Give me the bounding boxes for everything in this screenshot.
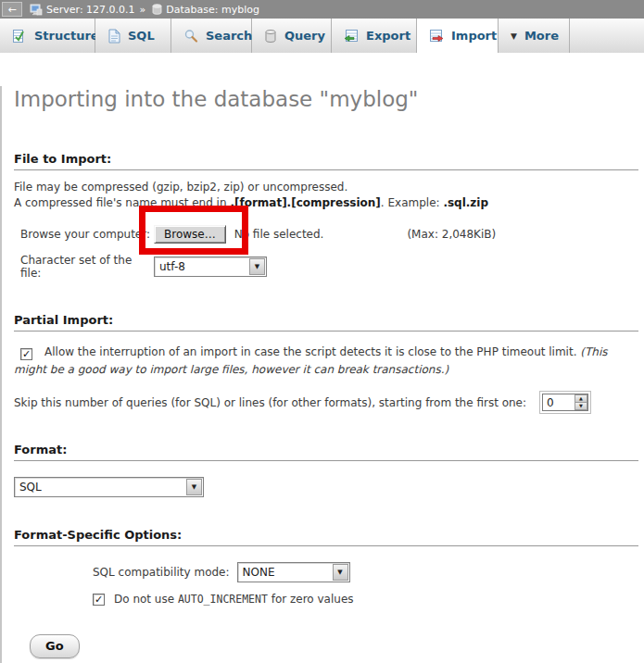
auto-increment-row: ✓ Do not use AUTO_INCREMENT for zero val… bbox=[93, 593, 638, 606]
auto-increment-code: AUTO_INCREMENT bbox=[178, 593, 268, 606]
browse-button[interactable]: Browse… bbox=[154, 225, 226, 244]
search-icon bbox=[183, 29, 198, 44]
sql-compatibility-row: SQL compatibility mode: NONE ▼ bbox=[93, 562, 638, 582]
sql-compatibility-value: NONE bbox=[238, 566, 333, 579]
charset-select[interactable]: utf-8 ▼ bbox=[154, 256, 267, 277]
dropdown-arrow-icon[interactable]: ▼ bbox=[333, 564, 348, 581]
allow-interrupt-text: Allow the interruption of an import in c… bbox=[44, 345, 580, 358]
section-heading-file-to-import: File to Import: bbox=[14, 152, 638, 170]
tab-search[interactable]: Search bbox=[171, 19, 252, 53]
structure-icon bbox=[12, 29, 27, 44]
allow-interrupt-checkbox[interactable]: ✓ bbox=[20, 348, 32, 360]
skip-label: Skip this number of queries (for SQL) or… bbox=[14, 396, 526, 409]
tab-sql[interactable]: SQL bbox=[95, 19, 171, 53]
charset-row: Character set of the file: utf-8 ▼ bbox=[20, 254, 638, 280]
compression-line2-prefix: A compressed file's name must end in bbox=[14, 196, 230, 209]
sql-icon bbox=[107, 29, 120, 44]
dropdown-arrow-icon[interactable]: ▼ bbox=[249, 258, 265, 275]
tab-label: More bbox=[524, 29, 559, 43]
spinner-buttons: ▲ ▼ bbox=[575, 394, 587, 410]
skip-value: 0 bbox=[543, 394, 575, 410]
format-select[interactable]: SQL ▼ bbox=[14, 477, 204, 497]
spinner-down-button[interactable]: ▼ bbox=[575, 403, 587, 410]
compression-note: File may be compressed (gzip, bzip2, zip… bbox=[14, 180, 638, 211]
format-row: SQL ▼ bbox=[14, 477, 638, 497]
dropdown-arrow-icon[interactable]: ▼ bbox=[186, 479, 202, 495]
skip-number-input[interactable]: 0 ▲ ▼ bbox=[542, 394, 588, 411]
back-button[interactable]: ← bbox=[2, 2, 22, 17]
page-title: Importing into the database "myblog" bbox=[14, 86, 638, 112]
go-button[interactable]: Go bbox=[30, 634, 80, 658]
breadcrumb-server[interactable]: Server: 127.0.0.1 bbox=[46, 4, 135, 16]
import-icon bbox=[429, 29, 444, 44]
partial-import-option: ✓Allow the interruption of an import in … bbox=[14, 344, 637, 379]
charset-label: Character set of the file: bbox=[20, 254, 154, 280]
max-size-note: (Max: 2,048KiB) bbox=[407, 228, 496, 241]
breadcrumb-separator: » bbox=[140, 4, 146, 16]
breadcrumb-database[interactable]: Database: myblog bbox=[166, 4, 259, 16]
chevron-down-icon: ▼ bbox=[511, 31, 517, 41]
auto-increment-checkbox[interactable]: ✓ bbox=[93, 594, 105, 606]
query-icon bbox=[264, 29, 277, 44]
browse-row: Browse your computer: Browse… No file se… bbox=[20, 225, 638, 244]
no-file-selected-text: No file selected. bbox=[234, 228, 324, 241]
section-heading-partial-import: Partial Import: bbox=[14, 313, 638, 332]
compression-format-pattern: .[format].[compression] bbox=[230, 196, 380, 209]
tab-query[interactable]: Query bbox=[252, 19, 332, 53]
checkmark-icon: ✓ bbox=[95, 594, 103, 606]
section-heading-format: Format: bbox=[14, 443, 638, 461]
charset-select-value: utf-8 bbox=[155, 260, 249, 273]
skip-row: Skip this number of queries (for SQL) or… bbox=[14, 391, 638, 414]
tab-import[interactable]: Import bbox=[417, 19, 499, 53]
back-arrow-icon: ← bbox=[7, 5, 16, 15]
compression-line2-mid: . Example: bbox=[381, 196, 444, 209]
compression-example: .sql.zip bbox=[443, 196, 488, 209]
tab-label: Import bbox=[451, 29, 497, 43]
auto-increment-label: Do not use AUTO_INCREMENT for zero value… bbox=[114, 593, 354, 606]
compression-line1: File may be compressed (gzip, bzip2, zip… bbox=[14, 181, 347, 194]
breadcrumb-bar: ← Server: 127.0.0.1 » Database: myblog bbox=[0, 0, 644, 19]
tab-label: Query bbox=[284, 29, 325, 43]
tab-label: Export bbox=[366, 29, 410, 43]
browse-label: Browse your computer: bbox=[20, 228, 154, 241]
server-icon bbox=[30, 4, 43, 16]
skip-spinner: 0 ▲ ▼ bbox=[539, 391, 591, 414]
tab-label: Search bbox=[206, 29, 252, 43]
sql-compatibility-label: SQL compatibility mode: bbox=[93, 566, 230, 579]
main-content: Importing into the database "myblog" Fil… bbox=[0, 86, 644, 663]
tab-more[interactable]: ▼ More bbox=[499, 19, 570, 53]
database-icon bbox=[152, 4, 162, 15]
export-icon bbox=[344, 29, 359, 44]
format-select-value: SQL bbox=[15, 481, 186, 494]
tab-export[interactable]: Export bbox=[332, 19, 417, 53]
tab-label: SQL bbox=[128, 29, 155, 43]
spinner-up-button[interactable]: ▲ bbox=[575, 394, 587, 403]
tab-structure[interactable]: Structure bbox=[0, 19, 95, 53]
section-heading-format-options: Format-Specific Options: bbox=[14, 528, 638, 546]
sql-compatibility-select[interactable]: NONE ▼ bbox=[237, 562, 350, 582]
tab-bar: Structure SQL Search Query Export Import… bbox=[0, 19, 644, 53]
tab-bar-filler bbox=[570, 19, 644, 53]
tab-label: Structure bbox=[34, 29, 99, 43]
checkmark-icon: ✓ bbox=[22, 348, 31, 360]
